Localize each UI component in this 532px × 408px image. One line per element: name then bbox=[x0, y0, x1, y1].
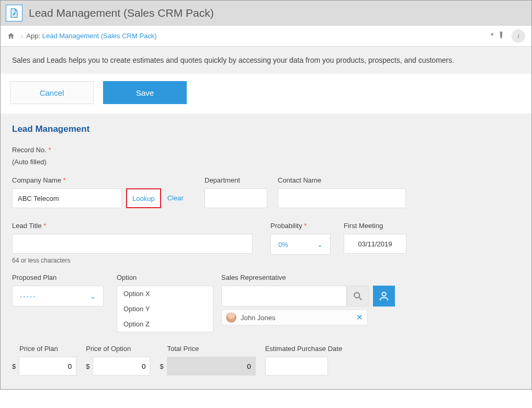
remove-user-icon[interactable]: ✕ bbox=[356, 313, 363, 322]
currency-symbol: $ bbox=[86, 362, 89, 370]
price-plan-label: Price of Plan bbox=[19, 345, 76, 353]
app-description: Sales and Leads helps you to create esti… bbox=[1, 47, 531, 74]
save-button[interactable]: Save bbox=[103, 81, 187, 104]
action-bar: Cancel Save bbox=[1, 74, 531, 114]
company-name-label-text: Company Name bbox=[12, 176, 61, 184]
lead-title-label: Lead Title * bbox=[12, 222, 268, 230]
proposed-plan-label: Proposed Plan bbox=[12, 274, 117, 281]
selected-user-chip: John Jones ✕ bbox=[221, 310, 368, 325]
section-title: Lead Management bbox=[12, 124, 520, 134]
proposed-plan-value: ----- bbox=[20, 292, 37, 300]
svg-line-1 bbox=[359, 298, 362, 300]
home-icon[interactable] bbox=[7, 32, 15, 40]
est-purchase-input[interactable] bbox=[265, 357, 328, 376]
record-no-label-text: Record No. bbox=[12, 146, 47, 154]
cancel-button[interactable]: Cancel bbox=[10, 81, 94, 104]
option-list[interactable]: Option X Option Y Option Z bbox=[117, 286, 213, 332]
probability-label-text: Probability bbox=[270, 222, 302, 230]
total-price-input bbox=[167, 357, 256, 376]
pin-icon[interactable] bbox=[490, 31, 504, 41]
currency-symbol: $ bbox=[160, 362, 163, 370]
form-area: Lead Management Record No. * (Auto fille… bbox=[1, 114, 531, 389]
total-price-label: Total Price bbox=[167, 345, 255, 353]
title-bar: Lead Management (Sales CRM Pack) bbox=[1, 1, 531, 26]
breadcrumb-prefix: App: bbox=[26, 32, 40, 40]
breadcrumb-app-link[interactable]: Lead Management (Sales CRM Pack) bbox=[42, 32, 157, 40]
search-icon bbox=[353, 291, 363, 301]
price-option-label: Price of Option bbox=[86, 345, 150, 353]
contact-name-input bbox=[278, 188, 406, 208]
lead-title-input[interactable] bbox=[12, 234, 253, 254]
chevron-down-icon: ⌄ bbox=[90, 292, 96, 300]
department-input bbox=[205, 188, 267, 208]
avatar bbox=[226, 312, 236, 323]
contact-name-label: Contact Name bbox=[278, 176, 414, 184]
price-option-input[interactable] bbox=[93, 357, 150, 376]
search-button[interactable] bbox=[347, 286, 369, 307]
probability-value: 0% bbox=[278, 241, 288, 248]
chevron-down-icon: ⌄ bbox=[317, 241, 323, 248]
currency-symbol: $ bbox=[12, 362, 16, 370]
sales-rep-label: Sales Representative bbox=[221, 274, 410, 281]
chevron-right-icon: › bbox=[20, 31, 23, 41]
lead-title-label-text: Lead Title bbox=[12, 222, 41, 230]
app-icon bbox=[6, 5, 22, 21]
probability-select[interactable]: 0% ⌄ bbox=[270, 234, 331, 255]
user-picker-button[interactable] bbox=[373, 286, 395, 307]
user-icon bbox=[378, 290, 390, 302]
department-label: Department bbox=[205, 176, 278, 184]
page-title: Lead Management (Sales CRM Pack) bbox=[29, 7, 214, 19]
record-no-note: (Auto filled) bbox=[12, 158, 520, 166]
price-plan-input[interactable] bbox=[19, 357, 76, 376]
breadcrumb: › App: Lead Management (Sales CRM Pack) … bbox=[1, 26, 531, 47]
svg-point-2 bbox=[382, 292, 386, 296]
probability-label: Probability * bbox=[270, 222, 344, 230]
clear-link[interactable]: Clear bbox=[167, 188, 184, 208]
proposed-plan-select[interactable]: ----- ⌄ bbox=[12, 286, 104, 307]
sales-rep-input[interactable] bbox=[221, 286, 347, 307]
company-name-label: Company Name * bbox=[12, 176, 195, 184]
option-item[interactable]: Option X bbox=[117, 286, 213, 301]
option-label: Option bbox=[117, 274, 221, 281]
page-wrench-icon bbox=[9, 8, 19, 18]
lead-title-hint: 64 or less characters bbox=[12, 257, 268, 264]
est-purchase-label: Estimated Purchase Date bbox=[265, 345, 342, 353]
first-meeting-input[interactable] bbox=[344, 234, 406, 254]
record-no-label: Record No. * bbox=[12, 146, 520, 154]
option-item[interactable]: Option Z bbox=[117, 316, 213, 332]
selected-user-name: John Jones bbox=[241, 314, 276, 322]
svg-point-0 bbox=[354, 292, 359, 298]
company-name-input[interactable] bbox=[12, 188, 122, 208]
lookup-button[interactable]: Lookup bbox=[126, 188, 161, 208]
first-meeting-label: First Meeting bbox=[344, 222, 417, 230]
option-item[interactable]: Option Y bbox=[117, 301, 213, 316]
info-icon[interactable]: i bbox=[512, 29, 525, 43]
